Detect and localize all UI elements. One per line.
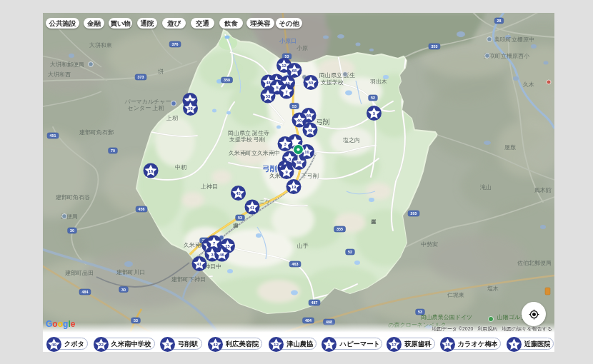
svg-text:美咲町立柵原中: 美咲町立柵原中 [494,36,534,43]
svg-text:岡山県立 誕生寺: 岡山県立 誕生寺 [228,130,269,136]
svg-text:山手: 山手 [297,243,309,249]
svg-text:佐伯北郵便局: 佐伯北郵便局 [517,260,552,266]
svg-text:小原口: 小原口 [279,38,296,44]
svg-text:弓削: 弓削 [263,164,278,173]
svg-text:60: 60 [309,81,313,85]
svg-text:弓削: 弓削 [317,118,330,126]
svg-text:6: 6 [512,342,515,347]
svg-text:支援学校 弓削: 支援学校 弓削 [229,136,265,143]
svg-text:53: 53 [292,104,296,108]
svg-text:353: 353 [432,44,438,49]
svg-text:484: 484 [82,290,89,294]
svg-text:3: 3 [166,342,169,347]
svg-text:205: 205 [411,211,417,216]
svg-text:パーマカルチャー: パーマカルチャー [124,98,171,105]
svg-text:垪: 垪 [157,69,164,75]
svg-text:58: 58 [188,106,193,111]
svg-text:373: 373 [138,75,144,79]
svg-text:建部町角石郵: 建部町角石郵 [79,129,114,136]
svg-text:487: 487 [312,300,318,305]
svg-text:支援学校: 支援学校 [321,79,344,86]
svg-text:46: 46 [219,253,224,257]
svg-text:建部町角石谷: 建部町角石谷 [56,194,90,201]
svg-text:16: 16 [149,169,154,173]
svg-text:52: 52 [348,250,352,254]
svg-text:66: 66 [307,113,312,118]
svg-text:建部町品田: 建部町品田 [65,270,94,276]
svg-text:1: 1 [328,342,331,347]
svg-text:滝山: 滝山 [480,184,492,191]
svg-text:456: 456 [139,207,145,211]
svg-text:49: 49 [308,128,313,133]
svg-text:40: 40 [297,118,302,123]
svg-text:大垪和西: 大垪和西 [48,71,71,78]
svg-text:53: 53 [266,94,271,98]
svg-text:風木館: 風木館 [534,187,552,193]
svg-text:久米南町立久米南中: 久米南町立久米南中 [229,150,280,156]
svg-text:岡山農業公園ドイツ: 岡山農業公園ドイツ [421,314,473,320]
svg-text:68: 68 [292,69,297,73]
svg-text:451: 451 [50,133,56,138]
svg-text:7: 7 [213,241,215,246]
svg-text:塩木: 塩木 [487,285,499,292]
svg-text:美咲町立柵原西小: 美咲町立柵原西小 [484,53,530,59]
svg-text:12: 12 [281,64,286,68]
svg-text:28: 28 [497,19,502,23]
svg-text:10: 10 [304,150,309,154]
svg-text:359: 359 [224,78,230,82]
svg-text:15: 15 [225,244,230,248]
svg-text:15: 15 [445,342,450,347]
svg-text:下弓削: 下弓削 [302,173,319,179]
svg-text:22: 22 [99,342,104,347]
svg-text:上神目: 上神目 [200,183,218,190]
svg-text:仁堀東: 仁堀東 [447,292,464,298]
svg-text:30: 30 [121,288,126,292]
svg-text:30: 30 [70,228,74,233]
svg-text:岡山県立 誕生: 岡山県立 誕生 [319,72,355,79]
svg-text:塩之内: 塩之内 [342,137,360,143]
svg-text:48: 48 [266,81,271,85]
svg-text:40: 40 [51,342,56,347]
svg-text:中籾: 中籾 [175,164,186,171]
svg-text:上籾: 上籾 [166,115,178,121]
svg-text:41: 41 [197,262,202,266]
svg-text:42: 42 [213,342,218,347]
svg-text:19: 19 [291,185,296,189]
svg-text:ニケ: ニケ [259,198,271,205]
svg-text:463: 463 [292,262,299,266]
svg-text:45: 45 [236,191,241,196]
svg-text:大垪和郵便局: 大垪和郵便局 [50,61,84,68]
svg-text:12: 12 [274,342,279,347]
svg-text:52: 52 [371,96,375,100]
svg-text:小原: 小原 [296,45,308,51]
svg-text:羽出木: 羽出木 [370,79,387,85]
svg-text:41: 41 [250,206,255,210]
svg-text:中勢実: 中勢実 [421,241,438,248]
svg-text:53: 53 [238,216,242,220]
svg-text:大垪和東: 大垪和東 [89,42,112,49]
svg-text:355: 355 [337,227,343,231]
svg-text:70: 70 [111,148,115,153]
svg-text:建部町川口: 建部町川口 [116,269,145,275]
svg-text:7: 7 [285,90,287,94]
svg-text:56: 56 [296,161,302,165]
svg-text:376: 376 [172,42,179,46]
svg-text:久木: 久木 [523,81,534,88]
svg-text:屋敷: 屋敷 [504,144,516,151]
svg-text:センター 上籾: センター 上籾 [128,105,164,111]
svg-text:17: 17 [392,342,397,347]
svg-text:建部町下神目: 建部町下神目 [171,276,206,283]
